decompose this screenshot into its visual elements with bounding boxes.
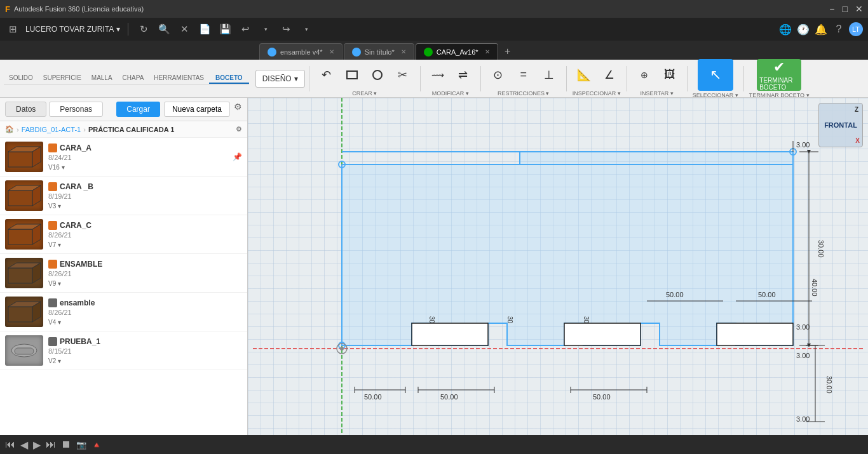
file-version[interactable]: V4 ▾ (48, 319, 242, 326)
circle-button[interactable] (365, 61, 390, 89)
user-menu[interactable]: LUCERO TOVAR ZURITA ▾ (25, 25, 120, 34)
design-chevron-icon: ▾ (294, 74, 298, 83)
finish-button[interactable]: ✔ TERMINAR BOCETO (757, 59, 801, 91)
breadcrumb-current: PRÁCTICA CALIFICADA 1 (88, 126, 174, 133)
next-button[interactable]: ⏭ (46, 439, 56, 450)
section-chapa[interactable]: CHAPA (118, 73, 149, 84)
apps-icon[interactable]: ⊞ (5, 22, 20, 37)
tab-close-sin-titulo[interactable]: ✕ (401, 48, 406, 55)
file-version[interactable]: V9 ▾ (48, 280, 242, 287)
select-button[interactable]: ↖ (698, 59, 733, 91)
file-item[interactable]: ensamble8/26/21V4 ▾ (0, 293, 247, 331)
datos-tab[interactable]: Datos (5, 102, 46, 117)
redo-chevron-icon[interactable]: ▾ (299, 22, 314, 37)
modify-chevron-icon: ▾ (466, 90, 469, 97)
canvas[interactable]: 3.00 30.00 3.00 40.00 50.00 50.00 30 30 … (248, 98, 868, 454)
settings-icon[interactable]: ⚙ (234, 102, 242, 117)
breadcrumb-settings-icon[interactable]: ⚙ (236, 125, 242, 133)
design-button[interactable]: DISEÑO ▾ (255, 70, 305, 88)
file-thumb (5, 297, 43, 327)
trim-button[interactable]: ✂ (391, 61, 415, 89)
prev-button[interactable]: ◀ (20, 439, 28, 451)
stop-button[interactable]: ⏹ (61, 439, 71, 450)
tab-close-ensamble[interactable]: ✕ (329, 48, 334, 55)
tab-label-cara-a: CARA_Av16* (437, 48, 478, 56)
svg-point-27 (340, 347, 344, 351)
select-chevron-icon: ▾ (735, 92, 738, 98)
close-button[interactable]: ✕ (855, 4, 863, 14)
play-button[interactable]: ▶ (33, 439, 41, 451)
tab-add-button[interactable]: + (499, 43, 516, 60)
rewind-button[interactable]: ⏮ (5, 439, 15, 450)
minimize-button[interactable]: − (829, 4, 834, 14)
section-herramientas[interactable]: HERRAMIENTAS (149, 73, 209, 84)
file-version[interactable]: V3 ▾ (48, 203, 242, 210)
tab-close-cara-a[interactable]: ✕ (485, 48, 490, 55)
arc-button[interactable]: ↶ (315, 61, 339, 89)
select-section: ↖ SELECCIONAR ▾ (693, 59, 738, 98)
perp-button[interactable]: ⊥ (537, 61, 561, 89)
personas-tab[interactable]: Personas (49, 102, 103, 117)
rect-button[interactable] (340, 61, 364, 89)
camera-icon[interactable]: 📷 (76, 440, 86, 450)
refresh-icon[interactable]: ↻ (136, 22, 151, 37)
file-version[interactable]: V16 ▾ (48, 164, 227, 171)
file-item[interactable]: ENSAMBLE8/26/21V9 ▾ (0, 254, 247, 293)
select-label: SELECCIONAR ▾ (693, 92, 738, 98)
toolbar-sections: SOLIDO SUPERFICIE MALLA CHAPA HERRAMIENT… (4, 73, 249, 84)
section-boceto[interactable]: BOCETO (209, 73, 249, 84)
section-malla[interactable]: MALLA (86, 73, 118, 84)
tab-cara-a[interactable]: CARA_Av16* ✕ (416, 43, 498, 60)
file-name: ensamble (48, 298, 242, 307)
svg-rect-6 (8, 229, 32, 244)
undo-chevron-icon[interactable]: ▾ (258, 22, 273, 37)
toolbar-separator-6 (687, 66, 688, 91)
file-icon[interactable]: 📄 (197, 22, 212, 37)
breadcrumb-act[interactable]: FABDIG_01-ACT-1 (22, 126, 81, 133)
globe-icon[interactable]: 🌐 (778, 22, 793, 37)
file-thumb (5, 258, 43, 288)
save-icon[interactable]: 💾 (217, 22, 233, 37)
coincident-button[interactable]: ⊙ (486, 61, 510, 89)
file-item[interactable]: CARA_C8/26/21V7 ▾ (0, 215, 247, 254)
view-cube[interactable]: Z FRONTAL X (818, 103, 863, 147)
file-version[interactable]: V2 ▾ (48, 357, 242, 364)
user-avatar[interactable]: LT (849, 22, 863, 36)
svg-rect-9 (8, 268, 32, 283)
file-item[interactable]: CARA _B8/19/21V3 ▾ (0, 177, 247, 215)
bell-icon[interactable]: 🔔 (813, 22, 829, 37)
upload-button[interactable]: Cargar (116, 102, 160, 117)
dim-right-3-mid: 3.00 (796, 323, 810, 331)
section-superficie[interactable]: SUPERFICIE (38, 73, 86, 84)
help-icon[interactable]: ? (831, 22, 846, 37)
redo-icon[interactable]: ↪ (278, 22, 294, 37)
section-solido[interactable]: SOLIDO (4, 73, 38, 84)
new-folder-button[interactable]: Nueva carpeta (164, 102, 230, 117)
dim-bot-3-2: 30 (506, 316, 513, 324)
svg-rect-20 (412, 323, 488, 345)
file-version[interactable]: V7 ▾ (48, 241, 242, 248)
dim-bot-3-1: 30 (428, 316, 435, 324)
insert-point-button[interactable]: ⊕ (632, 61, 656, 89)
clock-icon[interactable]: 🕐 (796, 22, 811, 37)
bottom-bar: ⏮ ◀ ▶ ⏭ ⏹ 📷 🔺 (0, 435, 868, 454)
measure-icon: 📐 (577, 68, 591, 82)
offset-button[interactable]: ⟿ (426, 61, 450, 89)
insert-image-button[interactable]: 🖼 (658, 61, 682, 89)
tab-sin-titulo[interactable]: Sin título* ✕ (344, 43, 414, 60)
file-item[interactable]: CARA_A8/24/21V16 ▾📌 (0, 138, 247, 177)
filter-icon[interactable]: 🔺 (92, 440, 102, 450)
close-search-icon[interactable]: ✕ (177, 22, 192, 37)
undo-icon[interactable]: ↩ (238, 22, 253, 37)
file-item[interactable]: PRUEBA_18/15/21V2 ▾ (0, 331, 247, 370)
angle-button[interactable]: ∠ (597, 61, 621, 89)
parallel-button[interactable]: = (512, 61, 536, 89)
mirror-button[interactable]: ⇌ (451, 61, 475, 89)
trim-icon: ✂ (398, 68, 407, 82)
search-icon[interactable]: 🔍 (156, 22, 172, 37)
measure-button[interactable]: 📐 (572, 61, 596, 89)
tab-ensamble[interactable]: ensamble v4* ✕ (259, 43, 342, 60)
breadcrumb-home[interactable]: 🏠 (5, 125, 14, 133)
maximize-button[interactable]: □ (843, 4, 848, 14)
titlebar-left: F Autodesk Fusion 360 (Licencia educativ… (5, 4, 144, 14)
